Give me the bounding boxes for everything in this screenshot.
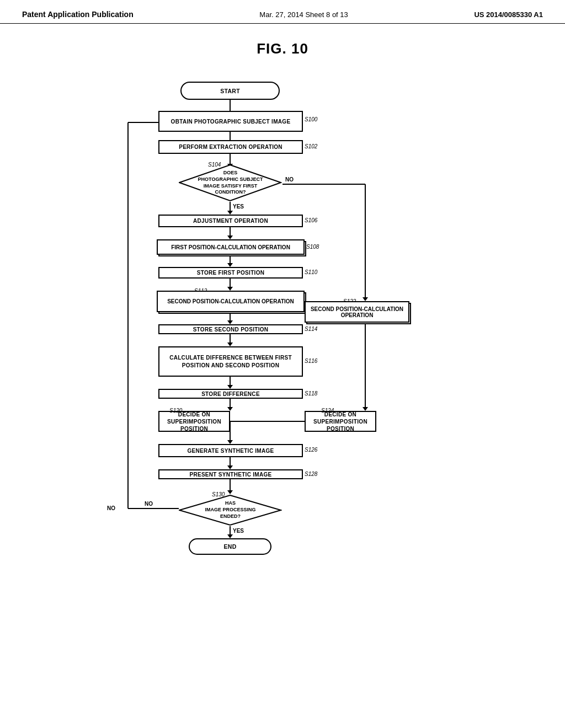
svg-text:NO: NO xyxy=(145,501,153,507)
figure-title: FIG. 10 xyxy=(0,40,565,57)
page-header: Patent Application Publication Mar. 27, … xyxy=(0,0,565,24)
svg-marker-7 xyxy=(227,211,233,215)
svg-text:NO: NO xyxy=(285,176,294,183)
svg-marker-18 xyxy=(227,342,233,346)
header-center: Mar. 27, 2014 Sheet 8 of 13 xyxy=(259,10,348,19)
svg-marker-24 xyxy=(227,440,233,444)
s122-node: SECOND POSITION-CALCULATION OPERATION xyxy=(305,301,409,323)
svg-marker-28 xyxy=(227,490,233,494)
flowchart-svg: YES YES xyxy=(73,74,492,681)
svg-marker-10 xyxy=(227,235,233,239)
s118-node: STORE DIFFERENCE xyxy=(158,389,303,399)
s108-node: FIRST POSITION-CALCULATION OPERATION xyxy=(157,239,305,255)
header-right: US 2014/0085330 A1 xyxy=(474,10,543,19)
s116-node: CALCULATE DIFFERENCE BETWEEN FIRST POSIT… xyxy=(158,346,303,377)
s104-label: S104 xyxy=(208,162,221,168)
svg-marker-20 xyxy=(227,385,233,389)
end-node: END xyxy=(189,538,271,555)
s114-label: S114 xyxy=(305,326,317,332)
s130-label: S130 xyxy=(212,491,225,497)
s128-node: PRESENT SYNTHETIC IMAGE xyxy=(158,469,303,479)
start-node: START xyxy=(180,82,280,100)
s124-node: DECIDE ON SUPERIMPOSITION POSITION xyxy=(305,411,376,432)
s118-label: S118 xyxy=(305,390,317,397)
no-label-s130: NO xyxy=(107,505,115,511)
svg-marker-35 xyxy=(363,297,368,301)
header-left: Patent Application Publication xyxy=(22,10,134,19)
s116-label: S116 xyxy=(305,358,317,364)
s124-label: S124 xyxy=(321,408,334,414)
svg-text:YES: YES xyxy=(233,528,244,534)
s102-label: S102 xyxy=(305,143,317,149)
s126-label: S126 xyxy=(305,447,317,453)
svg-marker-26 xyxy=(227,465,233,469)
s106-label: S106 xyxy=(305,217,317,223)
s130-node: HASIMAGE PROCESSINGENDED? xyxy=(179,494,282,526)
s102-node: PERFORM EXTRACTION OPERATION xyxy=(158,140,303,154)
s100-node: OBTAIN PHOTOGRAPHIC SUBJECT IMAGE xyxy=(158,111,303,132)
s128-label: S128 xyxy=(305,471,317,477)
svg-text:YES: YES xyxy=(233,204,244,210)
s108-label: S108 xyxy=(306,244,319,250)
s120-node: DECIDE ON SUPERIMPOSITION POSITION xyxy=(158,411,230,432)
s110-label: S110 xyxy=(305,269,317,275)
s126-node: GENERATE SYNTHETIC IMAGE xyxy=(158,444,303,457)
s106-node: ADJUSTMENT OPERATION xyxy=(158,215,303,227)
s114-node: STORE SECOND POSITION xyxy=(158,324,303,334)
s110-node: STORE FIRST POSITION xyxy=(158,267,303,279)
svg-marker-30 xyxy=(227,534,233,538)
s104-node: DOESPHOTOGRAPHIC SUBJECTIMAGE SATISFY FI… xyxy=(179,164,282,202)
s120-label: S120 xyxy=(169,408,182,414)
flowchart: YES YES xyxy=(73,74,492,107)
s100-label: S100 xyxy=(305,116,317,122)
svg-marker-14 xyxy=(227,287,233,291)
s112-node: SECOND POSITION-CALCULATION OPERATION xyxy=(157,291,305,312)
svg-marker-16 xyxy=(227,320,233,324)
svg-marker-12 xyxy=(227,263,233,267)
